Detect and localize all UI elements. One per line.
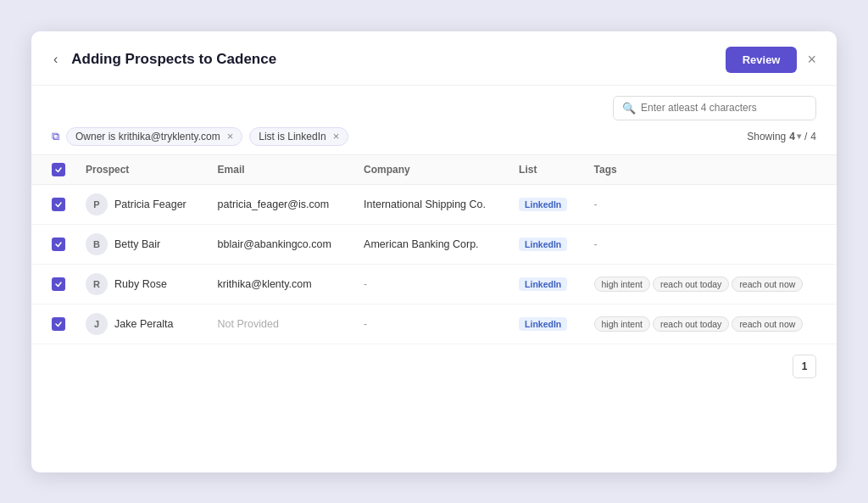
col-email: Email xyxy=(208,154,354,184)
back-button[interactable]: ‹ xyxy=(48,50,63,69)
tags-cell-ruby: high intentreach out todayreach out now xyxy=(584,264,837,304)
company-cell-betty: American Banking Corp. xyxy=(353,224,509,264)
owner-filter-remove[interactable]: × xyxy=(225,131,234,142)
modal-container: ‹ Adding Prospects to Cadence Review × 🔍… xyxy=(31,31,837,472)
col-list: List xyxy=(509,154,583,184)
row-checkbox-betty xyxy=(31,224,75,264)
table-row: B Betty Bair bblair@abankingco.comAmeric… xyxy=(31,224,837,264)
table-row: R Ruby Rose krithika@klenty.com-LinkedIn… xyxy=(31,264,837,304)
email-cell-betty: bblair@abankingco.com xyxy=(208,224,354,264)
tag-chip: reach out today xyxy=(653,316,729,332)
tags-cell-betty: - xyxy=(584,224,837,264)
col-prospect: Prospect xyxy=(75,154,208,184)
page-1-button[interactable]: 1 xyxy=(793,355,816,378)
search-box: 🔍 xyxy=(613,96,816,120)
table-row: J Jake Peralta Not Provided-LinkedInhigh… xyxy=(31,304,837,344)
table-header-row: Prospect Email Company List Tags xyxy=(31,154,837,184)
toolbar: 🔍 xyxy=(31,86,837,127)
tag-chip: high intent xyxy=(594,277,650,292)
showing-label: Showing xyxy=(747,131,786,143)
showing-count: 4 ▾ xyxy=(789,131,801,143)
email-cell-ruby: krithika@klenty.com xyxy=(208,264,354,304)
prospect-cell-patricia: P Patricia Feager xyxy=(75,184,208,224)
list-filter-chip: List is LinkedIn × xyxy=(249,127,348,146)
filter-icon[interactable]: ⧉ xyxy=(52,130,59,143)
list-filter-remove[interactable]: × xyxy=(331,131,340,142)
prospects-table: Prospect Email Company List Tags P Patri… xyxy=(31,154,837,344)
prospect-cell-betty: B Betty Bair xyxy=(75,224,208,264)
pagination: 1 xyxy=(31,344,837,392)
company-cell-ruby: - xyxy=(353,264,509,304)
email-cell-patricia: patricia_feager@is.com xyxy=(208,184,354,224)
filters-row: ⧉ Owner is krithika@tryklenty.com × List… xyxy=(31,127,837,154)
close-button[interactable]: × xyxy=(807,52,816,67)
prospect-name: Betty Bair xyxy=(114,238,160,250)
search-input[interactable] xyxy=(641,102,807,114)
filters-left: ⧉ Owner is krithika@tryklenty.com × List… xyxy=(52,127,348,146)
prospect-name: Ruby Rose xyxy=(114,278,167,290)
row-checkbox-patricia xyxy=(31,184,75,224)
owner-filter-label: Owner is krithika@tryklenty.com xyxy=(75,131,220,143)
tag-chip: reach out today xyxy=(653,277,729,292)
modal-header: ‹ Adding Prospects to Cadence Review × xyxy=(31,31,837,86)
tags-cell-jake: high intentreach out todayreach out now xyxy=(584,304,837,344)
count-value: 4 xyxy=(789,131,795,143)
tag-chip: reach out now xyxy=(732,277,803,292)
list-cell-ruby: LinkedIn xyxy=(509,264,583,304)
linkedin-badge: LinkedIn xyxy=(519,277,567,291)
avatar: J xyxy=(86,313,108,335)
table-row: P Patricia Feager patricia_feager@is.com… xyxy=(31,184,837,224)
no-tags: - xyxy=(594,198,598,210)
select-all-checkbox[interactable] xyxy=(52,163,65,176)
count-dropdown[interactable]: ▾ xyxy=(797,131,801,141)
avatar: R xyxy=(86,273,108,295)
list-cell-betty: LinkedIn xyxy=(509,224,583,264)
search-icon: 🔍 xyxy=(622,102,636,115)
prospect-name: Jake Peralta xyxy=(114,318,173,330)
row-check-jake[interactable] xyxy=(52,317,65,331)
review-button[interactable]: Review xyxy=(726,47,798,73)
list-cell-patricia: LinkedIn xyxy=(509,184,583,224)
no-tags: - xyxy=(594,238,598,250)
row-check-ruby[interactable] xyxy=(52,277,65,291)
row-check-betty[interactable] xyxy=(52,238,65,251)
col-tags: Tags xyxy=(584,154,837,184)
tag-chip: reach out now xyxy=(732,316,803,332)
showing-total: 4 xyxy=(810,131,816,143)
list-filter-label: List is LinkedIn xyxy=(259,131,326,143)
col-company: Company xyxy=(353,154,509,184)
avatar: P xyxy=(86,193,108,215)
list-cell-jake: LinkedIn xyxy=(509,304,583,344)
showing-separator: / xyxy=(804,131,807,143)
prospect-name: Patricia Feager xyxy=(114,198,186,210)
avatar: B xyxy=(86,233,108,255)
row-checkbox-jake xyxy=(31,304,75,344)
linkedin-badge: LinkedIn xyxy=(519,198,567,211)
col-checkbox xyxy=(31,154,75,184)
linkedin-badge: LinkedIn xyxy=(519,317,567,331)
company-cell-patricia: International Shipping Co. xyxy=(353,184,509,224)
header-left: ‹ Adding Prospects to Cadence xyxy=(48,50,276,69)
page-title: Adding Prospects to Cadence xyxy=(71,51,276,68)
tag-chip: high intent xyxy=(594,316,650,332)
header-right: Review × xyxy=(726,47,816,73)
prospect-cell-ruby: R Ruby Rose xyxy=(75,264,208,304)
email-cell-jake: Not Provided xyxy=(208,304,354,344)
row-checkbox-ruby xyxy=(31,264,75,304)
owner-filter-chip: Owner is krithika@tryklenty.com × xyxy=(66,127,242,146)
company-cell-jake: - xyxy=(353,304,509,344)
showing-info: Showing 4 ▾ / 4 xyxy=(747,131,816,143)
tags-cell-patricia: - xyxy=(584,184,837,224)
row-check-patricia[interactable] xyxy=(52,198,65,211)
prospect-cell-jake: J Jake Peralta xyxy=(75,304,208,344)
linkedin-badge: LinkedIn xyxy=(519,238,567,251)
